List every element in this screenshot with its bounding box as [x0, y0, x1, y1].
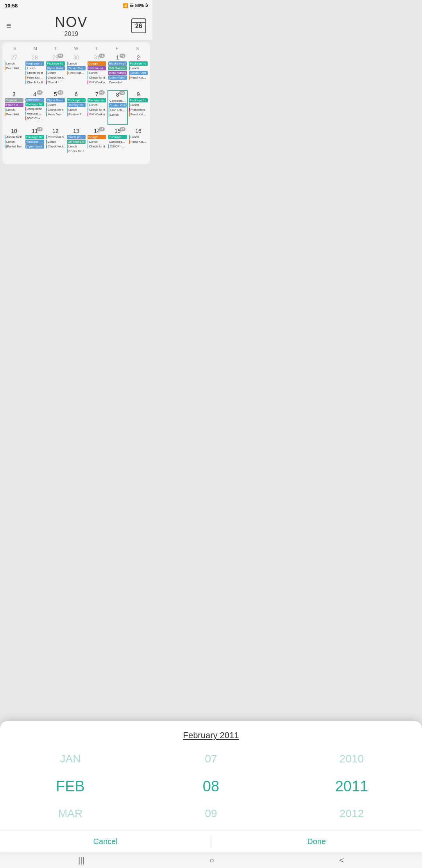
- list-item: Package frc: [129, 61, 148, 66]
- menu-icon[interactable]: ≡: [6, 21, 11, 31]
- list-item: Feed Kids D: [129, 140, 148, 144]
- table-row[interactable]: 27 Lunch Feed Kids D: [4, 53, 24, 88]
- list-item: [David Steir: [67, 66, 86, 70]
- list-item: [John Plant: [108, 75, 127, 80]
- date-number: 28: [25, 54, 44, 61]
- table-row[interactable]: 8+2 Canceled: C Cristen Chil Lise Leblan…: [107, 90, 128, 125]
- list-item: Lunch: [46, 71, 65, 75]
- table-row[interactable]: 28 Prep your p Lunch Check for it Feed K…: [25, 53, 45, 88]
- list-item: Lunch: [88, 140, 106, 144]
- calendar-week-1: 27 Lunch Feed Kids D 28 Prep your p Lunc…: [4, 53, 148, 88]
- list-item: Lunch: [88, 103, 106, 107]
- list-item: Gift Guides: [108, 66, 127, 70]
- date-number: 1+5: [108, 54, 127, 61]
- date-number: 7+2: [88, 91, 106, 97]
- list-item: Check for it: [25, 71, 44, 75]
- list-item: Review Pas: [67, 112, 86, 117]
- day-header-sat: S: [127, 45, 148, 52]
- list-item: Canceled: C: [108, 80, 127, 84]
- table-row[interactable]: 5+3 Cipha Soun Lunch Check for it Move V…: [45, 90, 66, 125]
- list-item: [Bernd Leha: [46, 80, 65, 84]
- date-number: 10: [5, 128, 23, 134]
- day-header-sun: S: [5, 45, 25, 52]
- list-item: [David Farri: [129, 71, 148, 75]
- table-row[interactable]: 13 RAZR phone GH News M Lunch Check for …: [66, 127, 86, 162]
- table-row[interactable]: 7+2 Package frc Lunch Check for it GH We…: [87, 90, 107, 125]
- list-item: Check for it: [88, 75, 106, 80]
- list-item: Dough: [88, 61, 106, 66]
- list-item: Canceled: C: [109, 99, 127, 103]
- list-item: RAZR phone: [67, 135, 86, 139]
- list-item: Feed Kids D: [5, 66, 23, 70]
- list-item: iPhone X Re: [5, 103, 23, 107]
- table-row[interactable]: 12 Professor S Lunch Check for it: [45, 127, 66, 162]
- header-title: NOV 2019: [55, 14, 88, 38]
- table-row[interactable]: 29+4 Package frc [Ryan Holid Lunch Check…: [45, 53, 66, 88]
- table-row[interactable]: 30 Lunch [David Steir Feed Kids D: [66, 53, 86, 88]
- list-item: Dough: [88, 135, 106, 139]
- list-item: Daylight Sav: [5, 98, 23, 102]
- day-header-fri: F: [107, 45, 127, 52]
- list-item: Lunch: [88, 71, 106, 75]
- table-row[interactable]: 6 Package frc [Tommy No Lunch Review Pas: [66, 90, 86, 125]
- list-item: [Faried Ban: [5, 144, 23, 149]
- list-item: BlackBerry l: [108, 61, 127, 66]
- list-item: Lunch: [25, 66, 44, 70]
- list-item: GH News M: [67, 140, 86, 144]
- table-row[interactable]: 11+3 Package frc Veterans Da [Tyler Lyso…: [25, 127, 45, 162]
- table-row[interactable]: 4+4 Obsession: Tweaks Package frc Jacque…: [25, 90, 45, 125]
- list-item: Package frc: [129, 98, 148, 102]
- date-number: 14+1: [88, 128, 106, 134]
- list-item: Lunch: [67, 144, 86, 149]
- list-item: Philomene: [129, 108, 148, 112]
- list-item: [Tommy No: [67, 103, 86, 107]
- table-row[interactable]: 15+2 TummyBoy's Canceled: C CSIOP - Nic: [107, 127, 128, 162]
- table-row[interactable]: 31+1 Dough Halloween Lunch Check for it …: [87, 53, 107, 88]
- table-row[interactable]: 9 Package frc Lunch Philomene Feed Kids …: [128, 90, 148, 125]
- list-item: NYC Charte: [25, 116, 44, 120]
- date-number: 15+2: [108, 128, 127, 134]
- list-item: Lunch: [109, 113, 127, 117]
- status-bar: 10:58 📶 ☲ 86% ὐ‌: [0, 0, 152, 11]
- list-item: Lunch: [46, 103, 65, 107]
- today-button[interactable]: 26: [131, 18, 146, 33]
- list-item: Feed Kids D: [5, 112, 23, 117]
- day-header-tue: T: [46, 45, 66, 52]
- app-header: ≡ NOV 2019 26: [0, 11, 152, 40]
- calendar-icon-day: 26: [135, 23, 142, 30]
- table-row[interactable]: 16 Lunch Feed Kids D: [128, 127, 148, 162]
- date-number: 31+1: [88, 54, 106, 61]
- date-number: 11+3: [25, 128, 44, 134]
- table-row[interactable]: 14+1 Dough Lunch Check for it: [87, 127, 107, 162]
- date-number: 29+4: [46, 54, 65, 61]
- calendar-week-3: 10 Austin Melr Lunch [Faried Ban 11+3 Pa…: [4, 127, 148, 162]
- calendar-week-2: 3 Daylight Sav iPhone X Re Lunch Feed Ki…: [4, 90, 148, 125]
- table-row[interactable]: 10 Austin Melr Lunch [Faried Ban: [4, 127, 24, 162]
- list-item: Lise Leblan: [109, 108, 127, 112]
- table-row[interactable]: 1+5 BlackBerry l Gift Guides Initial Wha…: [107, 53, 128, 88]
- list-item: Cristen Chil: [109, 103, 127, 108]
- list-item: Check for it: [46, 144, 65, 149]
- list-item: Check for it: [46, 108, 65, 112]
- list-item: Check for it: [67, 149, 86, 153]
- list-item: Lunch: [67, 61, 86, 66]
- list-item: Check for it: [88, 108, 106, 112]
- list-item: Austin Melr: [5, 135, 23, 139]
- table-row[interactable]: 3 Daylight Sav iPhone X Re Lunch Feed Ki…: [4, 90, 24, 125]
- date-number: 5+3: [46, 91, 65, 97]
- list-item: Package frc: [88, 98, 106, 102]
- list-item: Feed Kids D: [67, 71, 86, 75]
- table-row[interactable]: 2 Package frc Lunch [David Farri Feed Ki…: [128, 53, 148, 88]
- date-number: 3: [5, 91, 23, 97]
- list-item: Lunch: [67, 108, 86, 112]
- list-item: Lunch: [5, 108, 23, 112]
- list-item: Lunch: [129, 135, 148, 139]
- date-number: 2: [129, 54, 148, 61]
- list-item: Package frc: [67, 98, 86, 102]
- list-item: CSIOP - Nic: [108, 144, 127, 149]
- list-item: Package frc: [25, 102, 44, 106]
- date-number: 9: [129, 91, 148, 97]
- date-number: 16: [129, 128, 148, 134]
- wifi-icon: 📶: [123, 3, 128, 8]
- list-item: TummyBoy's: [108, 135, 127, 139]
